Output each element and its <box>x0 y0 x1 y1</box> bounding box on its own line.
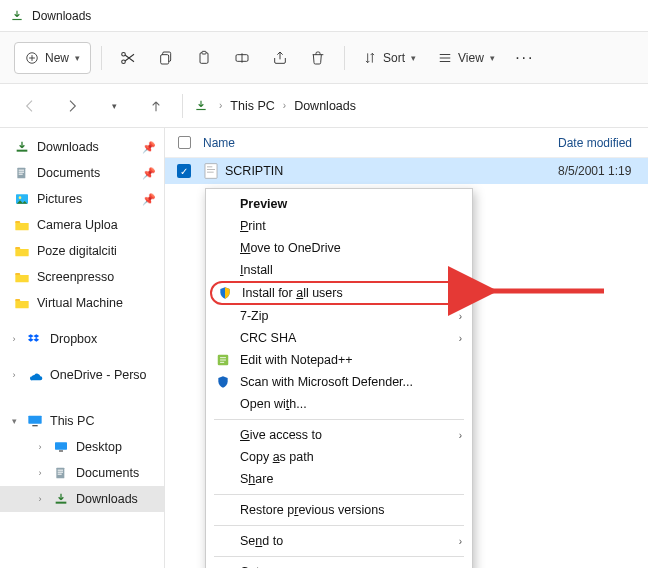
back-button[interactable] <box>14 90 46 122</box>
tree-label: Virtual Machine <box>37 296 123 310</box>
tree-label: Pictures <box>37 192 82 206</box>
context-menu-label: Install for all users <box>242 286 456 300</box>
column-date[interactable]: Date modified <box>558 136 648 150</box>
tree-item[interactable]: Documents📌 <box>0 160 164 186</box>
context-menu-item[interactable]: Give access to› <box>206 424 472 446</box>
delete-button[interactable] <box>302 42 334 74</box>
svg-rect-10 <box>19 170 24 171</box>
row-checkbox[interactable]: ✓ <box>177 164 191 178</box>
context-menu-item[interactable]: Copy as path <box>206 446 472 468</box>
new-button[interactable]: New ▾ <box>14 42 91 74</box>
share-button[interactable] <box>264 42 296 74</box>
copy-button[interactable] <box>150 42 182 74</box>
context-menu-item[interactable]: Print <box>206 215 472 237</box>
tree-item[interactable]: ›Documents <box>0 460 164 486</box>
context-menu-item[interactable]: Cut <box>206 561 472 568</box>
arrow-left-icon <box>22 98 38 114</box>
svg-rect-11 <box>19 172 24 173</box>
pictures-icon <box>14 191 30 207</box>
context-menu-item[interactable]: Share <box>206 468 472 490</box>
svg-rect-19 <box>28 416 41 424</box>
blank-icon <box>214 218 232 234</box>
context-menu-item[interactable]: Move to OneDrive <box>206 237 472 259</box>
context-menu-label: Scan with Microsoft Defender... <box>240 375 462 389</box>
file-row[interactable]: ✓ SCRIPTIN 8/5/2001 1:19 <box>165 158 648 184</box>
chevron-right-icon[interactable]: › <box>34 494 46 504</box>
tree-item[interactable]: ›Downloads <box>0 486 164 512</box>
cut-button[interactable] <box>112 42 144 74</box>
svg-point-0 <box>27 52 38 63</box>
pin-icon: 📌 <box>142 193 156 206</box>
context-menu-item[interactable]: Send to› <box>206 530 472 552</box>
up-button[interactable] <box>140 90 172 122</box>
tree-item[interactable]: Screenpresso <box>0 264 164 290</box>
chevron-right-icon: › <box>459 311 462 322</box>
tree-item-this-pc[interactable]: ▾ This PC <box>0 408 164 434</box>
chevron-down-icon[interactable]: ▾ <box>8 416 20 426</box>
tree-item[interactable]: ›OneDrive - Perso <box>0 362 164 388</box>
svg-point-2 <box>122 59 126 63</box>
rename-button[interactable] <box>226 42 258 74</box>
folder-icon <box>14 217 30 233</box>
breadcrumb-part[interactable]: Downloads <box>294 99 356 113</box>
chevron-right-icon[interactable]: › <box>34 442 46 452</box>
svg-rect-3 <box>163 52 171 61</box>
documents-icon <box>14 165 30 181</box>
tree-item[interactable]: Downloads📌 <box>0 134 164 160</box>
tree-item[interactable]: ›Desktop <box>0 434 164 460</box>
chevron-right-icon: › <box>459 536 462 547</box>
documents-icon <box>53 465 69 481</box>
context-menu-label: Install <box>240 263 462 277</box>
view-label: View <box>458 51 484 65</box>
view-button[interactable]: View ▾ <box>430 42 503 74</box>
chevron-right-icon[interactable]: › <box>34 468 46 478</box>
svg-rect-30 <box>207 169 215 170</box>
context-menu-item[interactable]: Restore previous versions <box>206 499 472 521</box>
svg-rect-24 <box>58 470 63 471</box>
context-menu-item[interactable]: Edit with Notepad++ <box>206 349 472 371</box>
tree-item[interactable]: Pictures📌 <box>0 186 164 212</box>
file-date: 8/5/2001 1:19 <box>558 164 648 178</box>
context-menu-item[interactable]: CRC SHA› <box>206 327 472 349</box>
chevron-right-icon[interactable]: › <box>8 334 20 344</box>
copy-icon <box>158 50 174 66</box>
navigation-pane: Downloads📌Documents📌Pictures📌Camera Uplo… <box>0 128 165 568</box>
blank-icon <box>214 330 232 346</box>
tree-item[interactable]: Virtual Machine <box>0 290 164 316</box>
context-menu-item[interactable]: 7-Zip› <box>206 305 472 327</box>
chevron-down-icon: ▾ <box>411 53 416 63</box>
tree-label: Poze digitalciti <box>37 244 117 258</box>
chevron-right-icon[interactable]: › <box>8 370 20 380</box>
svg-rect-18 <box>15 299 20 301</box>
context-menu-label: 7-Zip <box>240 309 451 323</box>
tree-item[interactable]: Poze digitalciti <box>0 238 164 264</box>
context-menu-item[interactable]: Open with... <box>206 393 472 415</box>
context-menu-item[interactable]: Scan with Microsoft Defender... <box>206 371 472 393</box>
breadcrumb-part[interactable]: This PC <box>230 99 274 113</box>
sort-button[interactable]: Sort ▾ <box>355 42 424 74</box>
view-icon <box>438 51 452 65</box>
scissors-icon <box>119 49 137 67</box>
folder-icon <box>14 295 30 311</box>
chevron-down-icon: ▾ <box>75 53 80 63</box>
context-menu-label: CRC SHA <box>240 331 451 345</box>
context-menu-item[interactable]: Install for all users <box>210 281 468 305</box>
more-button[interactable]: ··· <box>509 42 541 74</box>
tree-item[interactable]: ›Dropbox <box>0 326 164 352</box>
onedrive-icon <box>27 367 43 383</box>
forward-button[interactable] <box>56 90 88 122</box>
blank-icon <box>214 533 232 549</box>
context-menu-item[interactable]: Preview <box>206 193 472 215</box>
svg-rect-22 <box>59 450 63 451</box>
chevron-down-icon: ▾ <box>490 53 495 63</box>
tree-item[interactable]: Camera Uploa <box>0 212 164 238</box>
breadcrumb[interactable]: › This PC › Downloads <box>219 99 356 113</box>
svg-rect-27 <box>56 502 67 504</box>
column-name[interactable]: Name <box>203 136 558 150</box>
recent-button[interactable]: ▾ <box>98 90 130 122</box>
select-all-checkbox[interactable] <box>178 136 191 149</box>
tree-label: OneDrive - Perso <box>50 368 147 382</box>
paste-button[interactable] <box>188 42 220 74</box>
context-menu-item[interactable]: Install <box>206 259 472 281</box>
context-menu-label: Open with... <box>240 397 462 411</box>
